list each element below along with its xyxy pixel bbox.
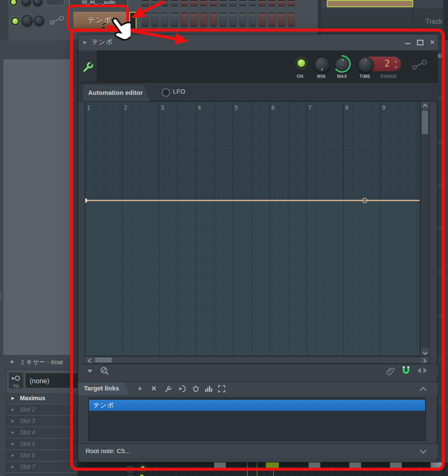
- step-button[interactable]: [161, 13, 168, 27]
- channel-name-audio[interactable]: 00_44_..._audio: [69, 0, 128, 6]
- step-button[interactable]: [190, 13, 198, 27]
- mixer-slot-7[interactable]: ▶ Slot 7: [6, 462, 78, 472]
- panel-resize-grip[interactable]: [0, 293, 2, 304]
- tempo-channel-mute-led[interactable]: [11, 17, 19, 25]
- step-button[interactable]: [249, 0, 256, 6]
- target-links-list[interactable]: テンポ: [88, 398, 426, 441]
- bar-chart-icon[interactable]: [205, 385, 212, 393]
- scroll-left-button[interactable]: [85, 357, 94, 363]
- collapse-section-icon[interactable]: [420, 387, 427, 394]
- link-icon[interactable]: [412, 59, 428, 71]
- brackets-icon[interactable]: [218, 385, 225, 393]
- step-button[interactable]: [239, 13, 246, 27]
- keyboard-key-active[interactable]: [266, 462, 279, 470]
- step-button[interactable]: [142, 0, 149, 6]
- slot-selector-none[interactable]: (none): [25, 373, 80, 388]
- step-button[interactable]: [268, 13, 275, 27]
- dialog-titlebar[interactable]: ▶ テンポ ✕: [78, 34, 438, 50]
- plus-icon[interactable]: +: [136, 385, 144, 393]
- maximize-button[interactable]: [416, 38, 424, 47]
- tempo-channel-button[interactable]: テンポ: [73, 11, 127, 29]
- step-button[interactable]: [161, 0, 168, 6]
- step-button[interactable]: [171, 13, 178, 27]
- horizontal-scrollbar[interactable]: [85, 356, 429, 364]
- target-links-tab[interactable]: Target links: [78, 382, 130, 395]
- close-button[interactable]: ✕: [428, 38, 437, 47]
- minimize-button[interactable]: [403, 38, 412, 47]
- step-button[interactable]: [278, 13, 285, 27]
- keyboard-key[interactable]: [214, 462, 226, 470]
- root-note-bar[interactable]: Root note: C5...: [78, 443, 438, 458]
- tempo-channel-pan-knob[interactable]: [22, 15, 33, 26]
- target-link-row-selected[interactable]: テンポ: [89, 400, 425, 411]
- step-button[interactable]: [259, 13, 266, 27]
- mixer-slot-maximus[interactable]: ▶ Maximus: [6, 393, 78, 404]
- range-spinner-icon[interactable]: [395, 60, 397, 69]
- channel-selector[interactable]: [129, 12, 136, 30]
- step-button[interactable]: [229, 0, 237, 6]
- step-button[interactable]: [220, 13, 227, 27]
- automation-grid[interactable]: 1 2 3 4 5 6 7 8 9: [85, 101, 420, 356]
- magnet-icon[interactable]: [401, 366, 411, 376]
- keyboard-key[interactable]: [349, 462, 361, 470]
- step-button[interactable]: [190, 0, 198, 6]
- scroll-right-button[interactable]: [420, 357, 429, 363]
- mixer-slot-5[interactable]: ▶ Slot 5: [6, 439, 78, 449]
- step-button[interactable]: [200, 13, 207, 27]
- time-knob[interactable]: [358, 57, 374, 73]
- lfo-radio[interactable]: [161, 88, 170, 97]
- keyboard-key[interactable]: [309, 462, 320, 470]
- arrow-into-icon[interactable]: [178, 385, 186, 393]
- knob-icon[interactable]: [192, 385, 200, 393]
- vertical-scroll-thumb[interactable]: [422, 111, 428, 134]
- channel-mute-led[interactable]: [10, 0, 17, 6]
- channel-volume-knob[interactable]: [33, 0, 42, 6]
- step-button[interactable]: [259, 0, 266, 6]
- collapse-arrow-icon[interactable]: ▶: [83, 40, 87, 44]
- horizontal-arrows-icon[interactable]: [417, 367, 427, 374]
- step-button[interactable]: [249, 13, 256, 27]
- step-button[interactable]: [288, 0, 295, 6]
- collapse-arrow-icon[interactable]: ▶: [11, 359, 14, 364]
- expand-section-icon[interactable]: [420, 447, 427, 454]
- automation-clip-in-playlist[interactable]: [327, 0, 413, 7]
- delete-x-icon[interactable]: ✕: [150, 385, 158, 393]
- mixer-slot-3[interactable]: ▶ Slot 3: [6, 416, 78, 426]
- paperclip-icon[interactable]: [386, 366, 395, 376]
- mixer-slot-4[interactable]: ▶ Slot 4: [6, 427, 78, 438]
- automation-point[interactable]: [362, 198, 367, 203]
- channel-knob[interactable]: [124, 464, 137, 475]
- step-button[interactable]: [181, 13, 188, 27]
- keyboard-key[interactable]: [390, 462, 402, 470]
- step-button[interactable]: [229, 13, 237, 27]
- step-button[interactable]: [210, 13, 217, 27]
- automation-line[interactable]: [85, 200, 420, 201]
- wrench-icon[interactable]: [164, 385, 172, 393]
- mixer-slot-8-partial[interactable]: [6, 473, 78, 476]
- dropdown-caret-icon[interactable]: [87, 370, 92, 373]
- step-button[interactable]: [151, 0, 159, 6]
- step-button[interactable]: [278, 0, 285, 6]
- mixer-header[interactable]: ミキサー - Inse: [19, 358, 77, 366]
- step-button[interactable]: [200, 0, 207, 6]
- scroll-down-button[interactable]: [421, 348, 429, 356]
- channel-target-box[interactable]: ‹: [46, 0, 64, 6]
- keyboard-key[interactable]: [431, 462, 442, 470]
- vertical-scrollbar[interactable]: [420, 101, 429, 356]
- mixer-slot-6[interactable]: ▶ Slot 6: [6, 450, 78, 461]
- eq-slot[interactable]: EQ: [9, 373, 23, 388]
- tempo-channel-volume-knob[interactable]: [34, 16, 44, 26]
- step-button[interactable]: [288, 13, 295, 27]
- playlist-track-label[interactable]: Track: [426, 18, 442, 25]
- zoom-tool-icon[interactable]: [100, 366, 109, 376]
- step-button[interactable]: [268, 0, 275, 6]
- tab-automation-editor[interactable]: Automation editor: [83, 85, 150, 101]
- channel-pan-knob[interactable]: [22, 0, 31, 6]
- step-button[interactable]: [239, 0, 246, 6]
- step-button[interactable]: [220, 0, 227, 6]
- horizontal-scroll-thumb[interactable]: [95, 357, 112, 363]
- scroll-up-button[interactable]: [421, 102, 429, 109]
- track-menu-dots[interactable]: ...: [426, 9, 432, 14]
- step-button[interactable]: [171, 0, 178, 6]
- tool-menu-button[interactable]: [78, 50, 97, 82]
